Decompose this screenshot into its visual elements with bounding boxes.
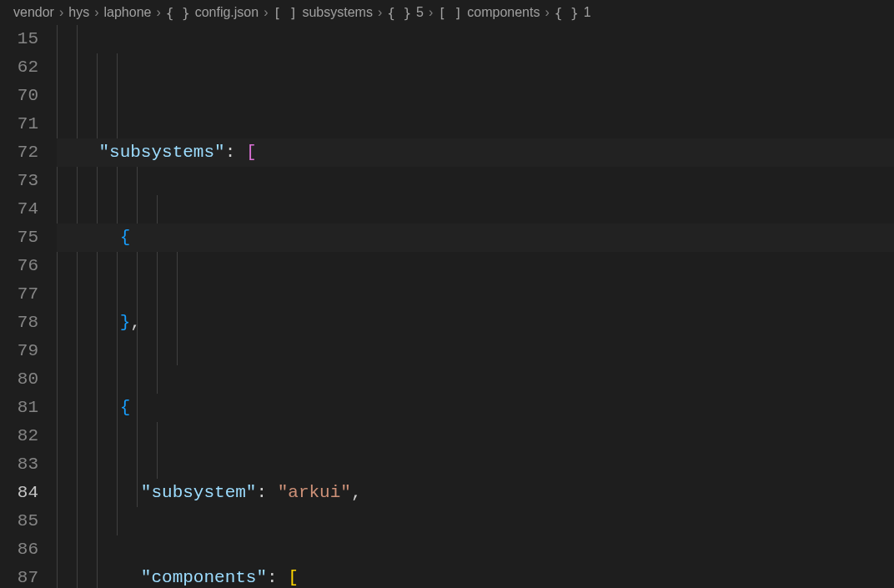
brace-open-icon: {: [120, 398, 131, 417]
line-number: 79: [0, 337, 38, 365]
line-number: 71: [0, 110, 38, 138]
breadcrumb-separator: ›: [156, 5, 160, 20]
breadcrumb-separator: ›: [59, 5, 63, 20]
line-number: 73: [0, 167, 38, 195]
line-number: 76: [0, 252, 38, 280]
line-number: 62: [0, 53, 38, 82]
breadcrumb-item-1[interactable]: 1: [584, 5, 591, 20]
line-number: 81: [0, 394, 38, 422]
breadcrumb-item-5[interactable]: 5: [416, 5, 424, 20]
line-number: 85: [0, 507, 38, 535]
breadcrumb-item-vendor[interactable]: vendor: [13, 5, 54, 20]
line-number: 75: [0, 224, 38, 252]
brace-close-icon: }: [120, 313, 131, 332]
line-number: 78: [0, 309, 38, 337]
line-number: 15: [0, 25, 38, 53]
line-number: 77: [0, 280, 38, 309]
line-number-gutter: 15 62 70 71 72 73 74 75 76 77 78 79 80 8…: [0, 25, 57, 588]
line-number: 80: [0, 365, 38, 394]
json-object-icon: { }: [387, 5, 411, 21]
code-line[interactable]: "components": [: [57, 564, 894, 588]
code-line[interactable]: {: [57, 224, 894, 252]
breadcrumb-separator: ›: [94, 5, 98, 20]
code-line[interactable]: "subsystems": [: [57, 138, 894, 167]
breadcrumb-item-subsystems[interactable]: subsystems: [302, 5, 372, 20]
code-content[interactable]: "subsystems": [ { }, { "subsystem": "ark…: [57, 25, 894, 588]
line-number: 82: [0, 422, 38, 450]
json-key: "subsystems": [98, 143, 224, 162]
line-number: 72: [0, 138, 38, 167]
json-object-icon: { }: [555, 5, 579, 21]
code-line[interactable]: {: [57, 394, 894, 422]
breadcrumb-item-file[interactable]: config.json: [195, 5, 259, 20]
code-line[interactable]: },: [57, 309, 894, 337]
line-number: 74: [0, 195, 38, 224]
json-key: "components": [141, 568, 267, 587]
json-array-icon: [ ]: [438, 5, 462, 21]
breadcrumb-separator: ›: [429, 5, 433, 20]
line-number: 87: [0, 564, 38, 588]
line-number: 83: [0, 450, 38, 479]
breadcrumb-separator: ›: [545, 5, 549, 20]
brace-open-icon: {: [120, 228, 131, 247]
line-number: 86: [0, 535, 38, 564]
breadcrumb-item-components[interactable]: components: [467, 5, 540, 20]
json-array-icon: [ ]: [274, 5, 298, 21]
json-string: "arkui": [278, 483, 351, 502]
json-key: "subsystem": [141, 483, 257, 502]
editor-area[interactable]: 15 62 70 71 72 73 74 75 76 77 78 79 80 8…: [0, 25, 894, 588]
json-object-icon: { }: [166, 5, 190, 21]
bracket-open-icon: [: [246, 143, 257, 162]
breadcrumb-item-hys[interactable]: hys: [68, 5, 89, 20]
breadcrumb-separator: ›: [378, 5, 382, 20]
breadcrumb-separator: ›: [264, 5, 268, 20]
breadcrumb-item-laphone[interactable]: laphone: [103, 5, 151, 20]
bracket-open-icon: [: [288, 568, 299, 587]
line-number: 70: [0, 82, 38, 110]
line-number: 84: [0, 479, 38, 507]
code-line[interactable]: "subsystem": "arkui",: [57, 479, 894, 507]
breadcrumb-bar: vendor › hys › laphone › { } config.json…: [0, 0, 894, 25]
